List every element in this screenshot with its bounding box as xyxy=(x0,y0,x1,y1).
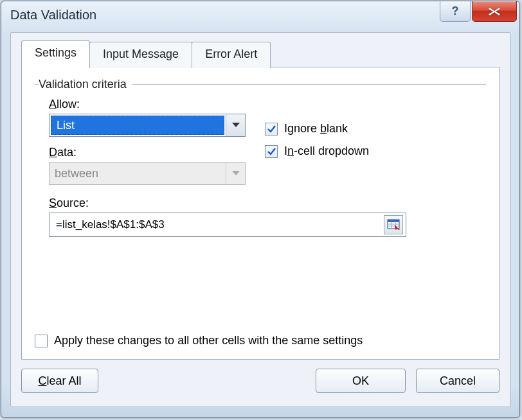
chevron-down-icon xyxy=(232,123,240,128)
tab-settings[interactable]: Settings xyxy=(21,40,90,67)
clear-all-button[interactable]: Clear All xyxy=(21,369,98,393)
ok-button[interactable]: OK xyxy=(316,369,406,393)
data-dropdown-arrow xyxy=(226,162,245,184)
checkmark-icon xyxy=(267,125,276,134)
titlebar[interactable]: Data Validation ? xyxy=(1,1,519,28)
ignore-blank-checkbox[interactable] xyxy=(265,123,278,136)
dialog-window: Data Validation ? Settings Input Message… xyxy=(1,1,520,418)
incell-dropdown-checkbox[interactable] xyxy=(265,145,278,158)
cancel-button[interactable]: Cancel xyxy=(416,369,500,393)
validation-criteria-group: Validation criteria Allow: List xyxy=(35,78,486,241)
tab-strip: Settings Input Message Error Alert xyxy=(21,40,500,67)
allow-dropdown-arrow[interactable] xyxy=(226,114,245,136)
content-panel: Settings Input Message Error Alert Valid… xyxy=(10,32,510,407)
ignore-blank-label: Ignore blank xyxy=(284,122,348,136)
data-label: Data: xyxy=(49,146,257,159)
help-icon: ? xyxy=(452,4,459,18)
help-button[interactable]: ? xyxy=(440,1,471,22)
allow-value: List xyxy=(51,116,224,135)
source-input-wrap xyxy=(49,213,406,237)
svg-rect-1 xyxy=(388,220,399,222)
dialog-buttons: Clear All OK Cancel xyxy=(21,369,500,393)
tab-error-alert[interactable]: Error Alert xyxy=(192,42,271,68)
tab-input-message[interactable]: Input Message xyxy=(89,42,192,68)
chevron-down-icon xyxy=(232,171,240,176)
range-select-icon xyxy=(387,219,400,231)
range-select-button[interactable] xyxy=(384,215,403,234)
close-icon xyxy=(488,7,501,16)
incell-dropdown-label: In-cell dropdown xyxy=(284,144,369,158)
allow-label: Allow: xyxy=(49,98,257,111)
checkmark-icon xyxy=(267,147,276,156)
apply-all-checkbox[interactable] xyxy=(35,335,48,347)
allow-dropdown[interactable]: List xyxy=(49,114,246,137)
data-value: between xyxy=(50,162,226,184)
apply-all-label: Apply these changes to all other cells w… xyxy=(54,334,363,347)
criteria-legend: Validation criteria xyxy=(39,78,132,91)
tab-body-settings: Validation criteria Allow: List xyxy=(21,67,500,360)
source-input[interactable] xyxy=(50,216,384,234)
window-title: Data Validation xyxy=(10,8,96,22)
source-label: Source: xyxy=(49,197,482,210)
data-dropdown: between xyxy=(49,162,246,185)
close-button[interactable] xyxy=(472,1,517,22)
